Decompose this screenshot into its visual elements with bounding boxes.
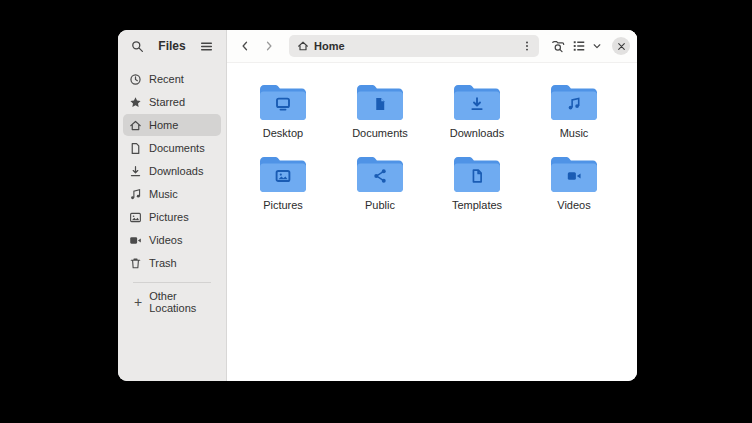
document-icon — [129, 142, 142, 155]
desktop-background: { "window": { "sidebar": { "title": "Fil… — [0, 0, 752, 423]
folder-label: Pictures — [263, 199, 303, 211]
files-window: Files Recent Starred — [118, 30, 637, 381]
trash-icon — [129, 257, 142, 270]
music-note-icon — [129, 188, 142, 201]
back-button[interactable] — [234, 35, 256, 57]
star-icon — [129, 96, 142, 109]
home-icon — [129, 119, 142, 132]
folder-icon — [259, 155, 307, 193]
sidebar-item-recent[interactable]: Recent — [123, 68, 221, 90]
folder-icon — [550, 83, 598, 121]
sidebar-divider — [133, 282, 211, 283]
folder-music[interactable]: Music — [536, 83, 612, 139]
path-label: Home — [314, 40, 518, 52]
view-options-chevron-down-icon[interactable] — [590, 36, 604, 56]
folder-label: Music — [560, 127, 589, 139]
folder-public[interactable]: Public — [342, 155, 418, 211]
sidebar-item-documents[interactable]: Documents — [123, 137, 221, 159]
picture-emblem-icon — [275, 168, 291, 184]
clock-icon — [129, 73, 142, 86]
folder-icon — [356, 83, 404, 121]
document-emblem-icon — [373, 96, 388, 111]
folder-label: Downloads — [450, 127, 504, 139]
list-view-toggle-icon[interactable] — [569, 36, 589, 56]
folder-label: Documents — [352, 127, 408, 139]
file-browser-content: Desktop Documents — [227, 63, 637, 381]
folder-icon — [453, 155, 501, 193]
sidebar-item-label: Starred — [149, 96, 185, 108]
folder-icon — [259, 83, 307, 121]
folder-downloads[interactable]: Downloads — [439, 83, 515, 139]
folder-templates[interactable]: Templates — [439, 155, 515, 211]
sidebar-item-label: Downloads — [149, 165, 203, 177]
window-close-button[interactable] — [612, 37, 630, 55]
hamburger-menu-icon[interactable] — [197, 36, 217, 56]
header-bar: Home — [227, 30, 637, 63]
music-emblem-icon — [567, 96, 582, 111]
picture-icon — [129, 211, 142, 224]
sidebar: Files Recent Starred — [118, 30, 227, 381]
kebab-menu-icon[interactable] — [518, 37, 536, 55]
sidebar-item-label: Home — [149, 119, 178, 131]
app-title: Files — [158, 39, 185, 53]
plus-icon: + — [134, 295, 142, 309]
home-icon — [297, 40, 309, 52]
search-folder-icon[interactable] — [548, 36, 568, 56]
folder-icon — [550, 155, 598, 193]
sidebar-item-label: Music — [149, 188, 178, 200]
sidebar-item-home[interactable]: Home — [123, 114, 221, 136]
main-pane: Home — [227, 30, 637, 381]
sidebar-item-label: Documents — [149, 142, 205, 154]
path-bar[interactable]: Home — [289, 35, 539, 57]
folder-pictures[interactable]: Pictures — [245, 155, 321, 211]
forward-button[interactable] — [258, 35, 280, 57]
sidebar-item-videos[interactable]: Videos — [123, 229, 221, 251]
sidebar-item-label: Pictures — [149, 211, 189, 223]
folder-label: Desktop — [263, 127, 303, 139]
sidebar-item-downloads[interactable]: Downloads — [123, 160, 221, 182]
search-icon[interactable] — [127, 36, 147, 56]
download-icon — [129, 165, 142, 178]
video-icon — [129, 234, 142, 247]
folder-desktop[interactable]: Desktop — [245, 83, 321, 139]
folder-videos[interactable]: Videos — [536, 155, 612, 211]
sidebar-item-label: Recent — [149, 73, 184, 85]
folder-icon — [356, 155, 404, 193]
desktop-emblem-icon — [275, 96, 291, 112]
toolbar-actions — [548, 36, 630, 56]
sidebar-item-label: Videos — [149, 234, 182, 246]
sidebar-item-music[interactable]: Music — [123, 183, 221, 205]
sidebar-list: Recent Starred Home Documents — [118, 62, 226, 381]
share-emblem-icon — [373, 168, 388, 183]
sidebar-item-trash[interactable]: Trash — [123, 252, 221, 274]
sidebar-item-label: Trash — [149, 257, 177, 269]
folder-label: Videos — [557, 199, 590, 211]
folder-icon — [453, 83, 501, 121]
download-emblem-icon — [470, 96, 485, 111]
sidebar-item-starred[interactable]: Starred — [123, 91, 221, 113]
folder-label: Templates — [452, 199, 502, 211]
folder-label: Public — [365, 199, 395, 211]
folder-documents[interactable]: Documents — [342, 83, 418, 139]
sidebar-item-pictures[interactable]: Pictures — [123, 206, 221, 228]
sidebar-item-other-locations[interactable]: + Other Locations — [128, 291, 216, 313]
video-emblem-icon — [567, 168, 582, 183]
sidebar-item-label: Other Locations — [149, 290, 210, 314]
template-emblem-icon — [470, 168, 485, 183]
sidebar-header: Files — [118, 30, 226, 62]
folder-grid: Desktop Documents — [245, 83, 637, 211]
